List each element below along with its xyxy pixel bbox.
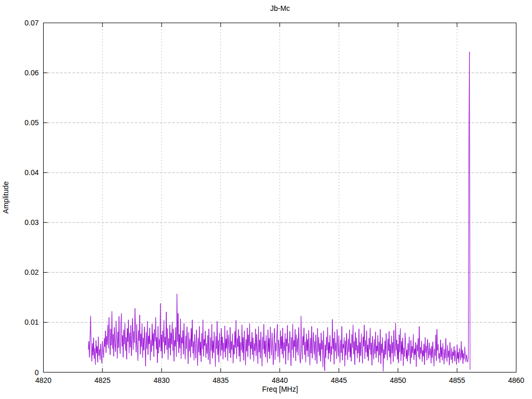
x-tick-label: 4850	[390, 376, 406, 384]
y-tick-label: 0.03	[24, 218, 38, 227]
x-tick-label: 4825	[95, 376, 111, 384]
x-tick-label: 4860	[508, 376, 524, 384]
x-tick-label: 4845	[331, 376, 347, 384]
chart-container: 48204825483048354840484548504855486000.0…	[0, 0, 532, 399]
y-axis-label: Amplitude	[2, 181, 10, 214]
y-tick-label: 0	[35, 368, 39, 377]
chart-title: Jb-Mc	[44, 4, 516, 12]
x-tick-label: 4835	[212, 376, 229, 384]
x-tick-label: 4840	[272, 376, 288, 384]
y-tick-label: 0.06	[24, 69, 38, 77]
y-tick-label: 0.07	[24, 19, 38, 27]
x-tick-label: 4830	[153, 376, 169, 384]
series-line	[88, 52, 470, 371]
x-tick-label: 4820	[35, 376, 51, 384]
y-tick-label: 0.05	[24, 118, 38, 127]
x-tick-label: 4855	[449, 376, 465, 384]
plot-area: 48204825483048354840484548504855486000.0…	[0, 0, 532, 399]
y-tick-label: 0.01	[24, 318, 38, 326]
y-tick-label: 0.02	[24, 268, 38, 276]
y-tick-label: 0.04	[24, 168, 38, 177]
x-axis-label: Freq [MHz]	[44, 385, 516, 393]
